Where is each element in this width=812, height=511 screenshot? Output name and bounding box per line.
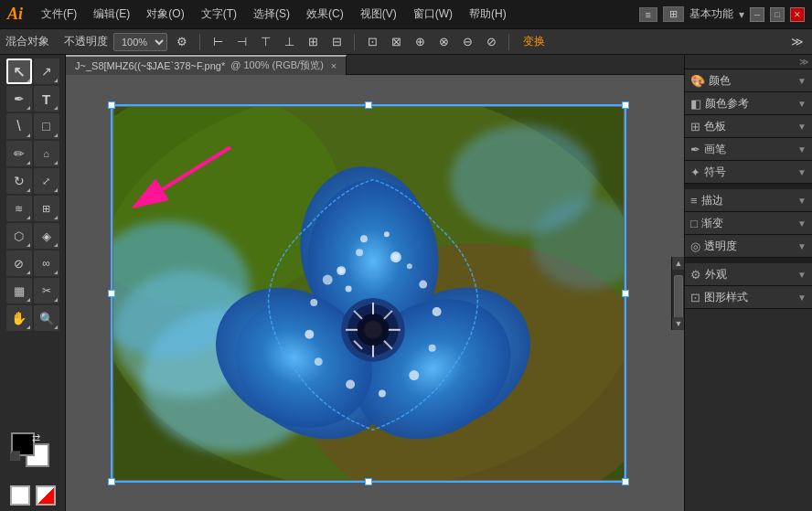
align-center-h-icon[interactable]: ⊣: [232, 33, 251, 51]
hand-tool[interactable]: ✋: [6, 305, 32, 331]
symbol-collapse-icon[interactable]: ▼: [797, 167, 807, 177]
distribute-b-icon[interactable]: ⊘: [482, 33, 500, 51]
appearance-collapse-icon[interactable]: ▼: [797, 270, 807, 280]
pen-tool[interactable]: ✒: [6, 86, 32, 112]
workspace-label[interactable]: 基本功能: [689, 6, 733, 22]
menu-edit[interactable]: 编辑(E): [86, 5, 137, 24]
menu-object[interactable]: 对象(O): [139, 5, 191, 24]
menu-select[interactable]: 选择(S): [246, 5, 297, 24]
rect-icon: □: [42, 119, 49, 133]
scroll-down-btn[interactable]: ▼: [672, 317, 684, 330]
menu-help[interactable]: 帮助(H): [462, 5, 514, 24]
blend-icon: ∞: [42, 257, 50, 270]
toolbar: 混合对象 不透明度 100% 75% 50% 25% ⚙ ⊢ ⊣ ⊤ ⊥ ⊞ ⊟…: [0, 29, 812, 55]
text-tool[interactable]: T: [34, 86, 59, 112]
brush-tool[interactable]: ⌂: [34, 141, 59, 166]
menu-window[interactable]: 窗口(W): [406, 5, 460, 24]
slice-tool[interactable]: ✂: [34, 278, 59, 303]
symbol-panel-header[interactable]: ✦ 符号 ▼: [685, 161, 812, 183]
select-tool[interactable]: ↖: [6, 59, 32, 84]
color-ref-panel-icon: ◧: [690, 97, 701, 111]
align-left-icon[interactable]: ⊢: [208, 33, 227, 51]
reset-colors-icon[interactable]: ⬛: [9, 451, 20, 461]
line-tool[interactable]: \: [6, 113, 32, 139]
doc-tab[interactable]: J~_S8[MHZ6((~$JAE`378~F.png* @ 100% (RGB…: [66, 55, 347, 75]
direct-select-tool[interactable]: ↗: [34, 59, 59, 84]
warp-tool[interactable]: ≋: [6, 196, 32, 221]
graphic-style-panel-header[interactable]: ⊡ 图形样式 ▼: [685, 286, 812, 308]
tool-triangle: [27, 188, 30, 192]
distribute-v-icon[interactable]: ⊠: [387, 33, 405, 51]
tool-row-6: ≋ ⊞: [0, 196, 65, 221]
select-icon: ↖: [13, 63, 25, 80]
transform-btn[interactable]: 变换: [518, 34, 550, 49]
main-layout: ↖ ↗ ✒ T \ □: [0, 55, 812, 511]
distribute-l-icon[interactable]: ⊕: [411, 33, 429, 51]
brush-collapse-icon[interactable]: ▼: [797, 144, 807, 154]
menu-effect[interactable]: 效果(C): [299, 5, 351, 24]
close-btn[interactable]: ✕: [790, 7, 805, 22]
zoom-tool[interactable]: 🔍: [34, 305, 59, 331]
gradient-tool[interactable]: ◈: [34, 223, 59, 249]
color-panel-header[interactable]: 🎨 颜色 ▼: [685, 69, 812, 91]
layout-btn[interactable]: ⊞: [663, 6, 684, 22]
opacity-options-icon[interactable]: ⚙: [173, 33, 191, 51]
color-ref-collapse-icon[interactable]: ▼: [797, 99, 807, 109]
color-ref-panel-header[interactable]: ◧ 颜色参考 ▼: [685, 92, 812, 114]
menu-file[interactable]: 文件(F): [34, 5, 84, 24]
swatches-collapse-icon[interactable]: ▼: [797, 122, 807, 132]
rect-tool[interactable]: □: [34, 113, 59, 139]
extras-btn[interactable]: ≡: [639, 7, 657, 22]
blend-tool[interactable]: ∞: [34, 250, 59, 276]
eyedropper-tool[interactable]: ⊘: [6, 250, 32, 276]
maximize-btn[interactable]: □: [770, 7, 785, 22]
align-right-icon[interactable]: ⊤: [256, 33, 274, 51]
menu-text[interactable]: 文字(T): [194, 5, 244, 24]
swap-colors-icon[interactable]: ⇄: [32, 432, 40, 444]
brush-panel-header[interactable]: ✒ 画笔 ▼: [685, 138, 812, 160]
menu-view[interactable]: 视图(V): [353, 5, 404, 24]
align-top-icon[interactable]: ⊥: [280, 33, 298, 51]
v-scrollbar[interactable]: ▲ ▼: [671, 257, 684, 330]
pencil-tool[interactable]: ✏: [6, 141, 32, 166]
stroke-panel-icon: ≡: [690, 194, 698, 208]
tool-triangle: [27, 216, 30, 219]
none-color-icon[interactable]: [10, 485, 30, 506]
panel-collapse-all-btn[interactable]: ≫: [799, 57, 808, 67]
svg-point-30: [346, 285, 352, 292]
tab-close-btn[interactable]: ×: [331, 60, 337, 71]
gradient-collapse-icon[interactable]: ▼: [797, 218, 807, 229]
scale-tool[interactable]: ⤢: [34, 168, 59, 194]
transparency-panel-header[interactable]: ◎ 透明度 ▼: [685, 235, 812, 257]
color-collapse-icon[interactable]: ▼: [797, 76, 807, 86]
toolbar-more-icon[interactable]: ≫: [788, 33, 807, 51]
distribute-h-icon[interactable]: ⊡: [363, 33, 381, 51]
chart-tool[interactable]: ▦: [6, 278, 32, 303]
graphic-style-collapse-icon[interactable]: ▼: [797, 293, 807, 303]
workspace-dropdown-icon[interactable]: ▾: [739, 8, 744, 21]
scroll-up-btn[interactable]: ▲: [672, 257, 684, 270]
opacity-select[interactable]: 100% 75% 50% 25%: [113, 33, 167, 51]
distribute-r-icon[interactable]: ⊗: [434, 33, 453, 51]
appearance-panel-header[interactable]: ⚙ 外观 ▼: [685, 263, 812, 285]
swatches-panel-header[interactable]: ⊞ 色板 ▼: [685, 115, 812, 137]
align-center-v-icon[interactable]: ⊞: [304, 33, 322, 51]
center-area: J~_S8[MHZ6((~$JAE`378~F.png* @ 100% (RGB…: [66, 55, 684, 511]
align-bottom-icon[interactable]: ⊟: [327, 33, 346, 51]
stroke-collapse-icon[interactable]: ▼: [797, 196, 807, 206]
minimize-btn[interactable]: ─: [750, 7, 764, 22]
gradient-panel-header[interactable]: □ 渐变 ▼: [685, 212, 812, 234]
gradient-color-icon[interactable]: [36, 485, 56, 506]
free-transform-tool[interactable]: ⊞: [34, 196, 59, 221]
svg-point-26: [315, 357, 323, 366]
tool-triangle: [54, 161, 58, 165]
canvas-area[interactable]: ▲ ▼: [66, 75, 684, 511]
tool-triangle: [54, 79, 58, 82]
shape-builder-tool[interactable]: ⬡: [6, 223, 32, 249]
transparency-collapse-icon[interactable]: ▼: [797, 241, 807, 251]
svg-point-24: [379, 389, 386, 397]
stroke-panel-header[interactable]: ≡ 描边 ▼: [685, 189, 812, 211]
rotate-tool[interactable]: ↻: [6, 168, 32, 194]
tab-filename: J~_S8[MHZ6((~$JAE`378~F.png*: [75, 60, 225, 71]
distribute-t-icon[interactable]: ⊖: [458, 33, 476, 51]
